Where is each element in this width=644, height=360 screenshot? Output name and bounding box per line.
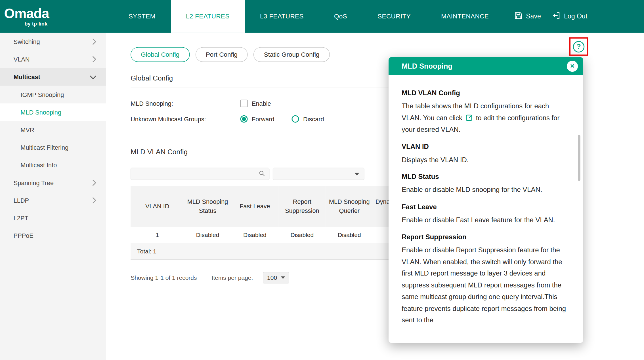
- tab-static-group-config[interactable]: Static Group Config: [254, 47, 330, 62]
- chevron-down-icon: [90, 73, 97, 79]
- help-popup: MLD Snooping ✕ MLD VLAN Config The table…: [389, 57, 583, 343]
- popup-section-heading: MLD Status: [402, 173, 570, 180]
- showing-records-text: Showing 1-1 of 1 records: [131, 274, 197, 281]
- sidebar-item-spanning-tree[interactable]: Spanning Tree: [0, 174, 106, 192]
- sidebar-item-mld-snooping[interactable]: MLD Snooping: [0, 103, 106, 121]
- save-icon: [514, 11, 523, 22]
- brand-logo: Omada by tp-link: [0, 0, 102, 33]
- popup-body: MLD VLAN Config The table shows the MLD …: [389, 75, 583, 343]
- logout-label: Log Out: [564, 13, 587, 20]
- mld-snooping-label: MLD Snooping:: [131, 100, 240, 107]
- items-per-page-value: 100: [267, 274, 277, 281]
- tab-port-config[interactable]: Port Config: [196, 47, 248, 62]
- nav-security[interactable]: SECURITY: [362, 0, 426, 33]
- popup-title: MLD Snooping: [402, 62, 452, 70]
- popup-header: MLD Snooping ✕: [389, 57, 583, 75]
- help-icon[interactable]: ?: [573, 41, 585, 52]
- unknown-multicast-groups-label: Unknown Multicast Groups:: [131, 115, 240, 122]
- sidebar-item-lldp[interactable]: LLDP: [0, 192, 106, 209]
- col-report-suppression: Report Suppression: [278, 186, 326, 227]
- popup-section-mld-status: MLD Status Enable or disable MLD snoopin…: [402, 173, 570, 195]
- popup-section-body: Enable or disable MLD snooping for the V…: [402, 184, 570, 195]
- cell-report-suppression: Disabled: [278, 227, 326, 243]
- sidebar-item-multicast-filtering[interactable]: Multicast Filtering: [0, 139, 106, 156]
- sidebar-item-l2pt[interactable]: L2PT: [0, 209, 106, 227]
- sidebar-item-vlan[interactable]: VLAN: [0, 50, 106, 68]
- mld-snooping-enable-checkbox[interactable]: [240, 100, 248, 107]
- sidebar-item-igmp-snooping[interactable]: IGMP Snooping: [0, 86, 106, 103]
- sidebar-item-label: LLDP: [14, 197, 29, 204]
- sidebar-item-label: Switching: [14, 38, 40, 45]
- sidebar-item-label: L2PT: [14, 215, 28, 222]
- brand-name: Omada: [4, 6, 49, 20]
- sidebar-item-pppoe[interactable]: PPPoE: [0, 227, 106, 244]
- popup-scrollbar-thumb[interactable]: [578, 135, 580, 181]
- header-actions: Save Log Out: [514, 0, 644, 33]
- popup-section-report-suppression: Report Suppression Enable or disable Rep…: [402, 233, 570, 326]
- col-fast-leave: Fast Leave: [231, 186, 278, 227]
- logout-icon: [552, 11, 561, 22]
- popup-section-body: Displays the VLAN ID.: [402, 154, 570, 165]
- sidebar-item-label: MVR: [20, 126, 34, 134]
- caret-down-icon: [281, 276, 285, 279]
- nav-maintenance[interactable]: MAINTENANCE: [426, 0, 504, 33]
- items-per-page-dropdown[interactable]: 100: [263, 272, 289, 283]
- popup-section-heading: Report Suppression: [402, 233, 570, 241]
- save-button[interactable]: Save: [514, 11, 541, 22]
- chevron-right-icon: [90, 56, 97, 63]
- brand-subtitle: by tp-link: [4, 21, 49, 26]
- discard-radio[interactable]: [291, 115, 299, 123]
- sidebar-item-multicast[interactable]: Multicast: [0, 68, 106, 86]
- help-icon-highlight: ?: [569, 37, 588, 56]
- search-input[interactable]: [135, 170, 259, 178]
- main-nav: SYSTEM L2 FEATURES L3 FEATURES QoS SECUR…: [113, 0, 504, 33]
- sidebar-item-label: Multicast Filtering: [20, 144, 68, 151]
- sidebar-item-label: VLAN: [14, 56, 30, 63]
- nav-l2-features[interactable]: L2 FEATURES: [171, 0, 245, 33]
- edit-icon: [465, 113, 473, 121]
- cell-mld-snooping-status: Disabled: [184, 227, 231, 243]
- popup-section-heading: MLD VLAN Config: [402, 89, 570, 97]
- sidebar-item-label: Multicast: [14, 73, 40, 81]
- tab-global-config[interactable]: Global Config: [131, 47, 190, 62]
- col-mld-snooping-status: MLD Snooping Status: [184, 186, 231, 227]
- popup-section-heading: Fast Leave: [402, 203, 570, 211]
- chevron-right-icon: [90, 39, 97, 45]
- nav-system[interactable]: SYSTEM: [113, 0, 171, 33]
- logout-button[interactable]: Log Out: [552, 11, 588, 22]
- close-icon[interactable]: ✕: [567, 60, 578, 71]
- sidebar-item-label: IGMP Snooping: [20, 91, 64, 98]
- sidebar: Switching VLAN Multicast IGMP Snooping M…: [0, 33, 106, 360]
- sidebar-item-mvr[interactable]: MVR: [0, 121, 106, 139]
- table-search-box: [131, 168, 269, 180]
- nav-qos[interactable]: QoS: [319, 0, 362, 33]
- table-filter-dropdown[interactable]: [273, 168, 364, 180]
- sidebar-item-label: Spanning Tree: [14, 179, 54, 186]
- popup-section-fast-leave: Fast Leave Enable or disable Fast Leave …: [402, 203, 570, 226]
- forward-label: Forward: [252, 115, 274, 122]
- chevron-right-icon: [90, 197, 97, 204]
- popup-section-vlan-id: VLAN ID Displays the VLAN ID.: [402, 143, 570, 165]
- search-icon[interactable]: [258, 170, 265, 178]
- cell-mld-snooping-querier: Disabled: [326, 227, 373, 243]
- popup-section-mld-vlan-config: MLD VLAN Config The table shows the MLD …: [402, 89, 570, 135]
- items-per-page-label: Items per page:: [212, 274, 253, 281]
- sidebar-item-switching[interactable]: Switching: [0, 33, 106, 50]
- popup-section-body: The table shows the MLD configurations f…: [402, 100, 570, 135]
- sidebar-item-label: Multicast Info: [20, 162, 57, 169]
- discard-label: Discard: [303, 115, 324, 122]
- cell-vlan-id: 1: [131, 227, 184, 243]
- sidebar-item-label: MLD Snooping: [20, 109, 61, 116]
- nav-l3-features[interactable]: L3 FEATURES: [245, 0, 319, 33]
- chevron-right-icon: [90, 179, 97, 186]
- sidebar-item-label: PPPoE: [14, 232, 33, 239]
- cell-fast-leave: Disabled: [231, 227, 278, 243]
- enable-label: Enable: [252, 100, 271, 107]
- top-bar: Omada by tp-link SYSTEM L2 FEATURES L3 F…: [0, 0, 644, 33]
- page: Omada by tp-link SYSTEM L2 FEATURES L3 F…: [0, 0, 644, 360]
- forward-radio[interactable]: [240, 115, 248, 123]
- popup-section-body: Enable or disable Fast Leave feature for…: [402, 214, 570, 226]
- popup-section-body: Enable or disable Report Suppression fea…: [402, 244, 570, 326]
- caret-down-icon: [354, 173, 359, 175]
- sidebar-item-multicast-info[interactable]: Multicast Info: [0, 156, 106, 174]
